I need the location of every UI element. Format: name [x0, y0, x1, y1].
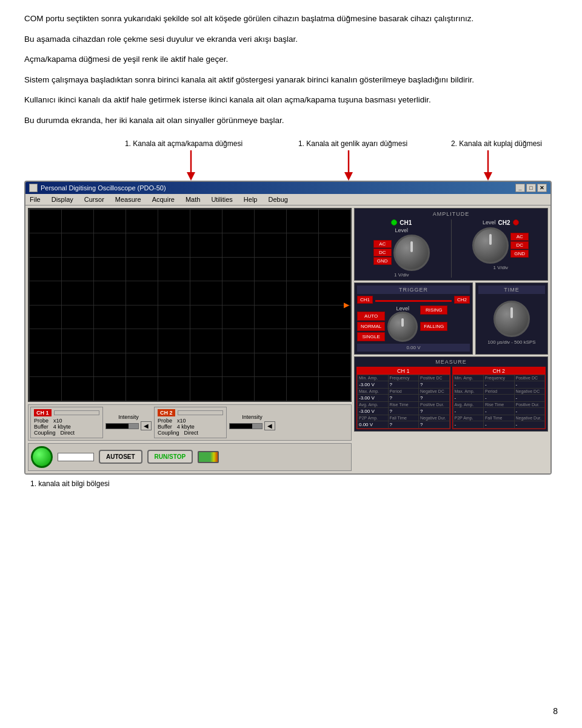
trigger-ch2-btn[interactable]: CH2	[454, 296, 470, 304]
m2-period-val: -	[484, 395, 514, 401]
time-value: 100 µs/div - 500 kSPS	[487, 339, 535, 345]
controls-panel: AMPLITUDE CH1 Level AC	[354, 208, 548, 471]
m-posdur-label: Positive Dur.	[419, 402, 449, 407]
arrow-1	[182, 150, 200, 181]
m-rise-label: Rise Time	[389, 402, 419, 407]
menu-help[interactable]: Help	[242, 195, 259, 204]
m2-negdur-val: -	[515, 421, 545, 428]
ch2-buffer-label: Buffer	[158, 424, 172, 430]
time-knob[interactable]	[493, 301, 530, 337]
m2-rise-label: Rise Time	[484, 402, 514, 407]
ch1-probe-label: Probe	[34, 418, 48, 424]
m2-max-amp-label: Max. Amp.	[453, 389, 484, 394]
m2-avg-amp-val: -	[453, 408, 484, 415]
time-section: TIME 100 µs/div - 500 kSPS	[475, 282, 548, 355]
normal-btn[interactable]: NORMAL	[357, 322, 385, 331]
ch1-info-block: CH 1 Probe x10 Buffer 4 kbyte Couplin	[30, 407, 103, 438]
maximize-button[interactable]: □	[526, 184, 536, 192]
ch2-amplitude-ctrl: Level CH2 AC DC GND	[457, 219, 546, 278]
ch1-coupling-btns: AC DC GND	[373, 240, 392, 265]
m-posdc-val: ?	[419, 381, 449, 388]
ch2-probe-label: Probe	[158, 418, 172, 424]
measure-title: MEASURE	[356, 359, 546, 365]
battery-indicator	[198, 451, 219, 463]
trigger-slope-buttons: RISING FALLING	[420, 306, 447, 331]
m-p2p-label: P2P Amp.	[358, 415, 388, 421]
trigger-mode-buttons: AUTO NORMAL SINGLE	[357, 312, 385, 341]
trigger-level-knob[interactable]	[387, 312, 418, 342]
ch2-dc-btn[interactable]: DC	[510, 241, 529, 249]
ch2-intensity-block: Intensity ◀	[229, 414, 275, 430]
window-title: Personal Digitising Oscilloscope (PDO-50…	[41, 184, 166, 192]
menu-math[interactable]: Math	[184, 195, 202, 204]
m-negdc-val: ?	[419, 395, 449, 401]
menu-measure[interactable]: Measure	[113, 195, 143, 204]
menu-acquire[interactable]: Acquire	[150, 195, 176, 204]
m-min-amp-val: -3.00 V	[358, 381, 388, 388]
measure-ch2: CH 2 Min. Amp. Frequency Positive DC - -…	[452, 367, 546, 429]
trigger-line	[375, 300, 452, 302]
ch2-ac-btn[interactable]: AC	[510, 233, 529, 241]
intensity-label-2: Intensity	[229, 414, 275, 420]
m-rise-val: ?	[389, 408, 419, 415]
minimize-button[interactable]: _	[515, 184, 525, 192]
ch2-led	[513, 219, 519, 225]
m-max-amp-label: Max. Amp.	[358, 389, 388, 394]
m2-p2p-val: -	[453, 421, 484, 428]
ch1-level: Level	[395, 227, 408, 233]
ch2-label: CH2	[498, 219, 510, 226]
m2-freq-val: -	[484, 381, 514, 388]
intensity-bar-2	[229, 423, 263, 429]
ch1-arrow-left[interactable]: ◀	[141, 421, 152, 430]
ch2-arrow-left[interactable]: ◀	[264, 421, 275, 430]
single-btn[interactable]: SINGLE	[357, 332, 385, 341]
m2-fall-val: -	[484, 421, 514, 428]
menu-utilities[interactable]: Utilities	[209, 195, 234, 204]
power-button[interactable]	[31, 446, 53, 468]
page-number: 8	[553, 706, 558, 716]
m-fall-val: ?	[389, 421, 419, 428]
close-button[interactable]: ✕	[537, 184, 547, 192]
intensity-label-1: Intensity	[105, 414, 152, 420]
ch1-amplitude-ctrl: CH1 Level AC DC GND 1	[357, 219, 446, 278]
amplitude-title: AMPLITUDE	[357, 211, 545, 217]
footer-label: 1. kanala ait bilgi bölgesi	[24, 479, 558, 488]
auto-btn[interactable]: AUTO	[357, 312, 385, 321]
ch1-dc-btn[interactable]: DC	[373, 249, 392, 256]
ch1-label: CH1	[400, 219, 412, 226]
ch1-ac-btn[interactable]: AC	[373, 240, 392, 248]
menu-bar: File Display Cursor Measure Acquire Math…	[25, 194, 550, 205]
menu-display[interactable]: Display	[50, 195, 75, 204]
para2: Bu aşamada cihazdan role çekme sesi duyu…	[24, 33, 558, 46]
m-avg-amp-label: Avg. Amp.	[358, 402, 388, 407]
m2-fall-label: Fall Time	[484, 415, 514, 421]
trigger-ch1-btn[interactable]: CH1	[357, 296, 373, 304]
m2-posdur-label: Positive Dur.	[515, 402, 545, 407]
svg-marker-3	[344, 172, 353, 181]
rising-btn[interactable]: RISING	[420, 306, 447, 315]
intensity-bar-1	[105, 423, 139, 429]
runstop-button[interactable]: RUN/STOP	[147, 450, 193, 464]
ch2-amplitude-knob[interactable]	[472, 227, 509, 264]
ch2-probe-value: x10	[177, 418, 186, 424]
annotation-3: 2. Kanala ait kuplaj düğmesi	[451, 139, 542, 148]
ch1-buffer-value: 4 kbyte	[53, 424, 71, 430]
ch1-vdiv: 1 V/div	[394, 272, 409, 278]
text-input-box[interactable]	[58, 453, 94, 461]
m-period-label: Period	[389, 389, 419, 394]
menu-debug[interactable]: Debug	[266, 195, 289, 204]
m2-posdur-val: -	[515, 408, 545, 415]
ch1-gnd-btn[interactable]: GND	[373, 257, 392, 265]
oscilloscope-screen: ▶	[28, 208, 352, 402]
falling-btn[interactable]: FALLING	[420, 322, 447, 331]
ch2-gnd-btn[interactable]: GND	[510, 250, 529, 258]
measure-ch2-title: CH 2	[453, 367, 546, 375]
amplitude-section: AMPLITUDE CH1 Level AC	[354, 208, 548, 281]
trigger-time-row: TRIGGER CH1 CH2 AUTO NORMAL SINGLE	[354, 282, 548, 355]
autoset-button[interactable]: AUTOSET	[99, 450, 142, 464]
menu-file[interactable]: File	[28, 195, 42, 204]
menu-cursor[interactable]: Cursor	[82, 195, 106, 204]
ch2-coupling-btns: AC DC GND	[510, 233, 529, 258]
ch1-amplitude-knob[interactable]	[393, 235, 430, 271]
title-bar: Personal Digitising Oscilloscope (PDO-50…	[25, 182, 550, 194]
